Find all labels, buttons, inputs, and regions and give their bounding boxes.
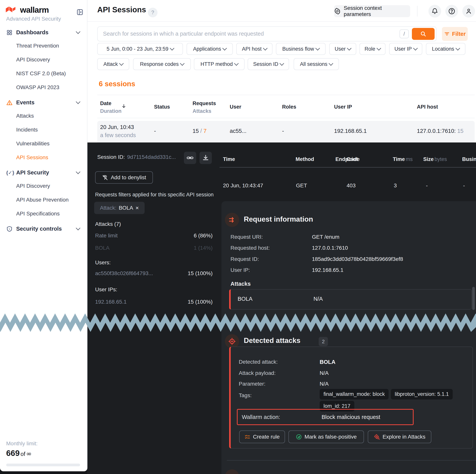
filter-user[interactable]: User xyxy=(329,43,356,55)
filter-business-flow[interactable]: Business flow xyxy=(276,43,326,55)
sidebar-group-api-security[interactable]: {✓} API Security xyxy=(6,168,81,178)
search-input[interactable]: Search for sessions in which a particula… xyxy=(97,26,437,41)
sidebar-item-incidents[interactable]: Incidents xyxy=(16,127,38,133)
col-roles[interactable]: Roles xyxy=(282,104,296,110)
explore-in-attacks-button[interactable]: Explore in Attacks xyxy=(368,430,431,443)
sidebar-item-api-abuse-prevention[interactable]: API Abuse Prevention xyxy=(16,197,68,203)
session-api-host: 127.0.0.1:7610: 15 xyxy=(417,128,463,134)
col-date[interactable]: Date xyxy=(100,101,112,106)
download-icon xyxy=(202,154,209,161)
account-button[interactable] xyxy=(462,5,475,17)
table-row[interactable]: 20 Jun, 10:43 a few seconds - 15 / 7 ac5… xyxy=(97,121,475,142)
attack-result-row[interactable]: BOLA N/A xyxy=(229,289,472,310)
fingerprint-off-icon xyxy=(102,174,108,181)
filter-api-host[interactable]: API host xyxy=(236,43,272,55)
help-button[interactable] xyxy=(445,5,458,17)
create-rule-button[interactable]: Create rule xyxy=(239,430,285,443)
sidebar-group-dashboards[interactable]: Dashboards xyxy=(6,28,81,38)
rt-code: 403 xyxy=(347,183,356,189)
scrollbar-thumb[interactable] xyxy=(472,287,475,310)
field-label: Detected attack: xyxy=(239,359,278,365)
session-context-parameters-button[interactable]: Session context parameters xyxy=(334,5,410,17)
rt-col-time[interactable]: Time xyxy=(223,156,235,162)
rt-col-size[interactable]: Size bytes xyxy=(423,156,447,162)
filter-session-id[interactable]: Session ID xyxy=(248,58,289,70)
field-label: Requested host: xyxy=(231,245,270,251)
chevron-down-icon xyxy=(413,46,418,51)
close-icon[interactable]: × xyxy=(135,205,139,211)
rt-col-code[interactable]: Code xyxy=(347,156,360,162)
col-attacks[interactable]: Attacks xyxy=(193,108,211,114)
detected-attack-card: Detected attack: BOLA Attack payload: N/… xyxy=(229,347,473,449)
col-duration[interactable]: Duration xyxy=(100,108,121,114)
rt-col-method[interactable]: Method xyxy=(296,156,314,162)
sidebar-item-threat-prevention[interactable]: Threat Prevention xyxy=(16,43,59,49)
download-button[interactable] xyxy=(200,152,212,164)
field-label: Attack payload: xyxy=(239,370,275,376)
sidebar-item-api-discovery-2[interactable]: API Discovery xyxy=(16,183,50,189)
filter-role[interactable]: Role xyxy=(359,43,386,55)
sidebar-group-security-controls[interactable]: Security controls xyxy=(6,224,81,235)
filter-date-range[interactable]: 5 Jun, 0:00 - 23 Jun, 23:59 xyxy=(97,43,183,55)
user-icon xyxy=(465,8,472,15)
tag-chip: libproton_version: 5.1.1 xyxy=(391,389,453,400)
col-status[interactable]: Status xyxy=(154,104,170,110)
sidebar-collapse-button[interactable] xyxy=(75,7,85,17)
rt-header-divider xyxy=(220,167,476,168)
sidebar-item-attacks[interactable]: Attacks xyxy=(16,113,34,119)
sidebar-item-api-sessions-active[interactable]: API Sessions xyxy=(16,154,48,161)
rt-col-business[interactable]: Busine xyxy=(462,156,476,162)
sort-desc-icon[interactable] xyxy=(121,103,126,109)
user-ip-row[interactable]: 192.168.65.1 15 (100%) xyxy=(95,299,213,305)
sidebar-item-api-discovery[interactable]: API Discovery xyxy=(16,57,50,63)
filter-locations[interactable]: Locations xyxy=(426,43,465,55)
col-api-host[interactable]: API host xyxy=(417,104,438,110)
session-id-value: 9d71154dadd331c... xyxy=(127,154,176,160)
sidebar-item-vulnerabilities[interactable]: Vulnerabilities xyxy=(16,140,50,147)
tags-label: Tags: xyxy=(239,392,252,399)
sidebar-item-api-specifications[interactable]: API Specifications xyxy=(16,211,60,217)
col-user[interactable]: User xyxy=(230,104,241,110)
sessions-count: 6 sessions xyxy=(99,80,135,88)
notifications-button[interactable] xyxy=(428,5,441,17)
chevron-down-icon xyxy=(234,61,238,66)
session-roles: - xyxy=(282,128,284,134)
field-value: N/A xyxy=(320,370,329,376)
col-user-ip[interactable]: User IP xyxy=(334,104,352,110)
attack-filter-chip[interactable]: Attack: BOLA × xyxy=(94,202,145,214)
session-id-label: Session ID: xyxy=(97,154,125,160)
field-value: BOLA xyxy=(320,359,335,365)
attack-breakdown-row[interactable]: Rate limit 6 (86%) xyxy=(95,233,213,239)
chevron-down-icon xyxy=(222,46,227,51)
copy-link-button[interactable] xyxy=(184,152,196,164)
filter-response-codes[interactable]: Response codes xyxy=(133,58,191,70)
request-info-icon xyxy=(225,213,239,227)
chevron-down-icon xyxy=(119,61,124,66)
sidebar-group-events[interactable]: Events xyxy=(6,98,81,108)
filter-button[interactable]: Filter xyxy=(442,27,468,41)
rt-col-time-ms[interactable]: Time ms xyxy=(393,156,413,162)
filter-applications[interactable]: Applications xyxy=(187,43,233,55)
field-value: 192.168.65.1 xyxy=(312,267,343,273)
field-label: Parameter: xyxy=(239,381,266,387)
add-to-denylist-button[interactable]: Add to denylist xyxy=(95,171,153,184)
user-row[interactable]: ac550f38c026f664793... 15 (100%) xyxy=(95,270,213,276)
wallarm-action-value: Block malicious request xyxy=(322,414,380,420)
search-button[interactable] xyxy=(412,28,435,40)
filter-all-sessions[interactable]: All sessions xyxy=(294,58,339,70)
attack-breakdown-row[interactable]: BOLA 1 (14%) xyxy=(95,245,213,251)
field-label: Request ID: xyxy=(231,256,259,262)
sidebar-item-owasp-api[interactable]: OWASP API 2023 xyxy=(16,84,59,90)
rt-method: GET xyxy=(296,183,307,189)
filter-http-method[interactable]: HTTP method xyxy=(194,58,245,70)
monthly-limit-value: 669 of ∞ xyxy=(6,449,32,458)
filter-attack[interactable]: Attack xyxy=(97,58,129,70)
rt-time-ms: 3 xyxy=(394,183,397,189)
sidebar-item-nist-csf[interactable]: NIST CSF 2.0 (Beta) xyxy=(16,70,66,77)
title-help-icon[interactable]: ? xyxy=(148,8,157,17)
attack-name: BOLA xyxy=(238,296,253,302)
filter-user-ip[interactable]: User IP xyxy=(389,43,422,55)
mark-false-positive-button[interactable]: Mark as false-positive xyxy=(289,430,364,443)
col-requests[interactable]: Requests xyxy=(193,101,216,106)
chevron-down-icon xyxy=(347,46,351,51)
